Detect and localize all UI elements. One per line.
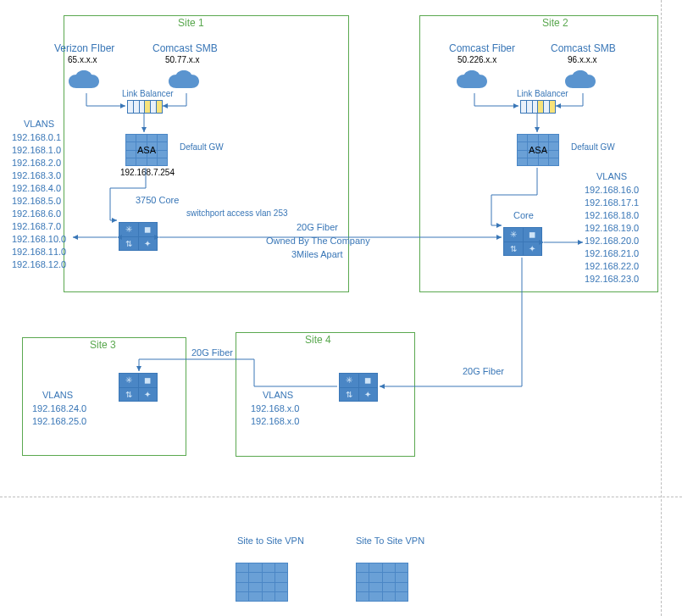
vlan-entry: 192.168.4.0 [12,182,66,195]
site3-title: Site 3 [90,339,116,351]
vlan-entry: 192.168.10.0 [12,233,66,246]
vlan-entry: 192.168.24.0 [32,402,86,415]
link-balancer-icon [127,100,163,114]
switch-icon: ✳◼⇅✦ [339,373,378,402]
firewall-icon [236,563,288,602]
link-core-line3: 3Miles Apart [291,249,343,259]
site2-default-gw: Default GW [571,142,615,152]
vpn-right-label: Site To Site VPN [356,536,424,546]
site3-vlan-list: 192.168.24.0192.168.25.0 [32,402,86,428]
vlan-entry: 192.168.11.0 [12,246,66,258]
vlan-entry: 192.168.1.0 [12,144,66,157]
vlan-entry: 192.168.6.0 [12,208,66,220]
site1-title: Site 1 [178,17,204,29]
site4-title: Site 4 [305,334,331,346]
site1-balancer-label: Link Balancer [122,89,174,98]
site1-core-label: 3750 Core [136,195,179,205]
firewall-icon [356,563,408,602]
site4-vlans-title: VLANS [263,390,293,400]
site1-core-note: switchport access vlan 253 [186,208,288,218]
switch-icon: ✳◼⇅✦ [119,222,158,251]
vlan-entry: 192.168.22.0 [585,260,639,273]
vlan-entry: 192.168.7.0 [12,220,66,233]
site2-isp1-name: Comcast Fiber [449,42,515,54]
vlan-entry: 192.168.19.0 [585,222,639,235]
vpn-left-label: Site to Site VPN [237,536,304,546]
firewall-icon: ASA [125,134,168,166]
vlan-entry: 192.168.25.0 [32,415,86,428]
site2-balancer-label: Link Balancer [517,89,568,98]
vlan-entry: 192.168.x.0 [251,415,300,428]
firewall-label: ASA [137,145,156,155]
page-guide-bottom [0,497,682,497]
site1-default-gw: Default GW [180,142,224,152]
vlan-entry: 192.168.x.0 [251,402,300,415]
firewall-label: ASA [529,145,547,155]
site1-isp2-name: Comcast SMB [152,42,218,54]
vlan-entry: 192.168.2.0 [12,157,66,169]
site1-vlans-title: VLANS [24,119,54,129]
link-s4-s2: 20G Fiber [463,366,504,376]
site2-vlan-list: 192.168.16.0192.168.17.1192.168.18.0192.… [585,184,639,286]
cloud-icon [66,69,107,93]
vlan-entry: 192.168.17.1 [585,197,639,209]
site2-core-label: Core [513,210,534,220]
switch-icon: ✳◼⇅✦ [119,373,158,402]
switch-icon: ✳◼⇅✦ [503,227,542,256]
vlan-entry: 192.168.23.0 [585,273,639,286]
page-guide-right [661,0,662,616]
firewall-icon: ASA [517,134,559,166]
site2-isp1-ip: 50.226.x.x [457,55,496,64]
site1-vlan-list: 192.168.0.1192.168.1.0192.168.2.0192.168… [12,131,66,271]
cloud-icon [454,69,495,93]
vlan-entry: 192.168.16.0 [585,184,639,197]
site1-isp2-ip: 50.77.x.x [165,55,200,64]
vlan-entry: 192.168.18.0 [585,209,639,222]
vlan-entry: 192.168.3.0 [12,169,66,182]
site2-isp2-ip: 96.x.x.x [568,55,596,64]
vlan-entry: 192.168.12.0 [12,258,66,271]
site4-vlan-list: 192.168.x.0192.168.x.0 [251,402,300,428]
vlan-entry: 192.168.0.1 [12,131,66,144]
site1-asa-ip: 192.168.7.254 [120,168,175,177]
vlan-entry: 192.168.21.0 [585,247,639,260]
link-core-line1: 20G Fiber [297,222,338,232]
link-balancer-icon [520,100,556,114]
site2-vlans-title: VLANS [596,171,627,181]
site3-vlans-title: VLANS [42,390,73,400]
vlan-entry: 192.168.5.0 [12,195,66,208]
vlan-entry: 192.168.20.0 [585,235,639,247]
link-s3-s4: 20G Fiber [191,347,233,358]
site2-title: Site 2 [542,17,568,29]
cloud-icon [563,69,603,93]
site1-isp1-ip: 65.x.x.x [68,55,97,64]
link-core-line2: Owned By The Company [266,236,370,246]
site2-isp2-name: Comcast SMB [551,42,616,54]
site1-isp1-name: Verizon FIber [54,42,114,54]
